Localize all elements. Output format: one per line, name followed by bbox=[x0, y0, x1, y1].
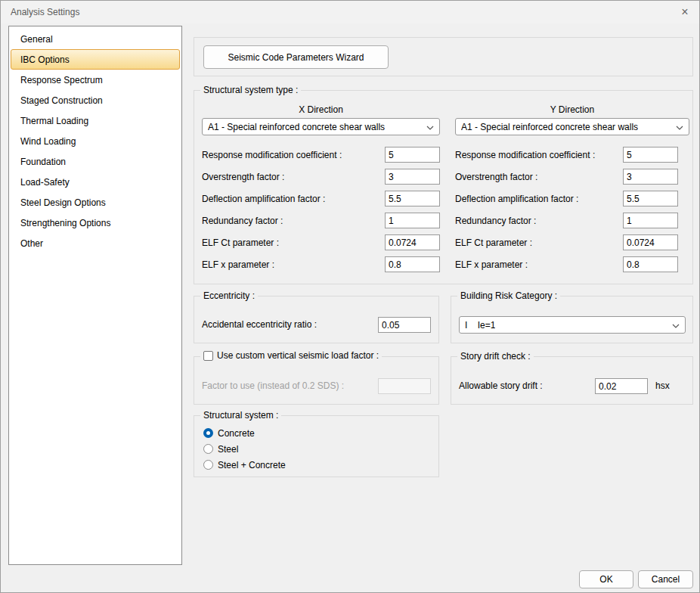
x-elf-ct-parameter-input[interactable] bbox=[385, 234, 440, 250]
field-row: ELF Ct parameter : bbox=[455, 234, 678, 250]
radio-concrete-label: Concrete bbox=[218, 428, 255, 439]
eccentricity-group: Eccentricity : Accidental eccentricity r… bbox=[194, 296, 439, 343]
field-row: Overstrength factor : bbox=[455, 169, 678, 185]
x-direction-fields: Response modification coefficient : Over… bbox=[202, 147, 440, 278]
building-risk-category-value: I Ie=1 bbox=[465, 320, 495, 331]
sidebar-item-response-spectrum[interactable]: Response Spectrum bbox=[11, 70, 180, 90]
y-elf-ct-parameter-label: ELF Ct parameter : bbox=[455, 238, 532, 248]
x-elf-ct-parameter-label: ELF Ct parameter : bbox=[202, 238, 279, 248]
sidebar-item-wind-loading[interactable]: Wind Loading bbox=[11, 131, 180, 151]
radio-steel-concrete[interactable]: Steel + Concrete bbox=[203, 457, 286, 473]
sidebar-item-foundation[interactable]: Foundation bbox=[11, 151, 180, 172]
structural-system-type-group-label: Structural system type : bbox=[200, 85, 301, 95]
window-title: Analysis Settings bbox=[11, 7, 79, 17]
field-row: ELF Ct parameter : bbox=[202, 234, 440, 250]
settings-category-list: General IBC Options Response Spectrum St… bbox=[8, 26, 182, 565]
x-overstrength-factor-label: Overstrength factor : bbox=[202, 172, 284, 182]
field-row: Redundancy factor : bbox=[455, 213, 678, 228]
field-row: Deflection amplification factor : bbox=[202, 191, 440, 206]
seismic-code-parameters-wizard-button[interactable]: Seismic Code Parameters Wizard bbox=[203, 45, 389, 69]
radio-steel-concrete-label: Steel + Concrete bbox=[218, 460, 286, 470]
x-direction-structural-system-select[interactable]: A1 - Special reinforced concrete shear w… bbox=[202, 118, 440, 135]
radio-icon bbox=[203, 428, 213, 438]
y-direction-structural-system-value: A1 - Special reinforced concrete shear w… bbox=[461, 122, 638, 132]
y-response-modification-label: Response modification coefficient : bbox=[455, 150, 595, 160]
radio-icon bbox=[203, 444, 213, 454]
structural-system-group-label: Structural system : bbox=[200, 410, 281, 421]
x-response-modification-label: Response modification coefficient : bbox=[202, 150, 342, 160]
sidebar-item-general[interactable]: General bbox=[11, 29, 180, 49]
story-drift-unit-label: hsx bbox=[655, 380, 670, 391]
x-redundancy-factor-input[interactable] bbox=[385, 213, 440, 228]
title-bar: Analysis Settings bbox=[1, 1, 699, 23]
sidebar-item-staged-construction[interactable]: Staged Construction bbox=[11, 90, 180, 110]
radio-concrete[interactable]: Concrete bbox=[203, 425, 255, 441]
wizard-group: Seismic Code Parameters Wizard bbox=[194, 37, 693, 76]
custom-vertical-seismic-group: Use custom vertical seismic load factor … bbox=[194, 356, 439, 405]
y-response-modification-input[interactable] bbox=[623, 147, 678, 163]
field-row: Overstrength factor : bbox=[202, 169, 440, 185]
building-risk-category-group-label: Building Risk Category : bbox=[457, 290, 560, 301]
y-overstrength-factor-input[interactable] bbox=[623, 169, 678, 185]
y-overstrength-factor-label: Overstrength factor : bbox=[455, 172, 537, 182]
x-deflection-amplification-label: Deflection amplification factor : bbox=[202, 194, 325, 204]
structural-system-type-group: Structural system type : X Direction Y D… bbox=[194, 90, 693, 284]
field-row: Deflection amplification factor : bbox=[455, 191, 678, 206]
x-direction-structural-system-value: A1 - Special reinforced concrete shear w… bbox=[208, 122, 385, 132]
radio-steel[interactable]: Steel bbox=[203, 441, 238, 457]
sidebar-item-thermal-loading[interactable]: Thermal Loading bbox=[11, 110, 180, 131]
y-elf-x-parameter-label: ELF x parameter : bbox=[455, 259, 528, 270]
y-direction-header: Y Direction bbox=[455, 104, 689, 115]
ok-button[interactable]: OK bbox=[579, 570, 633, 588]
y-direction-structural-system-select[interactable]: A1 - Special reinforced concrete shear w… bbox=[455, 118, 689, 135]
x-overstrength-factor-input[interactable] bbox=[385, 169, 440, 185]
x-response-modification-input[interactable] bbox=[385, 147, 440, 163]
field-row: Redundancy factor : bbox=[202, 213, 440, 228]
allowable-story-drift-input[interactable] bbox=[595, 378, 648, 394]
y-redundancy-factor-label: Redundancy factor : bbox=[455, 216, 536, 226]
chevron-down-icon bbox=[676, 122, 683, 132]
sidebar-item-steel-design-options[interactable]: Steel Design Options bbox=[11, 192, 180, 213]
field-row: ELF x parameter : bbox=[202, 256, 440, 272]
building-risk-category-select[interactable]: I Ie=1 bbox=[459, 316, 686, 334]
y-deflection-amplification-input[interactable] bbox=[623, 191, 678, 206]
sidebar-item-other[interactable]: Other bbox=[11, 233, 180, 253]
story-drift-check-group-label: Story drift check : bbox=[457, 351, 534, 362]
close-icon[interactable]: × bbox=[675, 3, 695, 21]
eccentricity-group-label: Eccentricity : bbox=[200, 290, 258, 301]
custom-vertical-seismic-checkbox-label: Use custom vertical seismic load factor … bbox=[217, 350, 379, 361]
building-risk-category-group: Building Risk Category : I Ie=1 bbox=[451, 296, 693, 343]
x-elf-x-parameter-input[interactable] bbox=[385, 256, 440, 272]
radio-icon bbox=[203, 460, 213, 470]
factor-to-use-label: Factor to use (instead of 0.2 SDS) : bbox=[202, 380, 344, 391]
allowable-story-drift-label: Allowable story drift : bbox=[459, 380, 543, 391]
y-direction-fields: Response modification coefficient : Over… bbox=[455, 147, 689, 278]
structural-system-group: Structural system : Concrete Steel Steel… bbox=[194, 415, 439, 477]
y-elf-x-parameter-input[interactable] bbox=[623, 256, 678, 272]
x-redundancy-factor-label: Redundancy factor : bbox=[202, 216, 283, 226]
cancel-button[interactable]: Cancel bbox=[638, 570, 693, 588]
sidebar-item-ibc-options[interactable]: IBC Options bbox=[11, 49, 180, 70]
story-drift-check-group: Story drift check : Allowable story drif… bbox=[451, 356, 693, 405]
y-deflection-amplification-label: Deflection amplification factor : bbox=[455, 194, 578, 204]
analysis-settings-dialog: Analysis Settings × General IBC Options … bbox=[0, 0, 700, 593]
radio-steel-label: Steel bbox=[218, 444, 238, 455]
field-row: ELF x parameter : bbox=[455, 256, 678, 272]
x-deflection-amplification-input[interactable] bbox=[385, 191, 440, 206]
factor-to-use-input bbox=[378, 378, 431, 394]
sidebar-item-load-safety[interactable]: Load-Safety bbox=[11, 172, 180, 192]
accidental-eccentricity-label: Accidental eccentricity ratio : bbox=[202, 319, 317, 330]
accidental-eccentricity-input[interactable] bbox=[378, 317, 431, 333]
x-elf-x-parameter-label: ELF x parameter : bbox=[202, 259, 274, 270]
chevron-down-icon bbox=[672, 320, 680, 331]
custom-vertical-seismic-caption: Use custom vertical seismic load factor … bbox=[200, 350, 382, 361]
custom-vertical-seismic-checkbox[interactable] bbox=[203, 351, 213, 361]
field-row: Response modification coefficient : bbox=[455, 147, 678, 163]
chevron-down-icon bbox=[426, 122, 434, 132]
y-elf-ct-parameter-input[interactable] bbox=[623, 234, 678, 250]
x-direction-header: X Direction bbox=[202, 104, 440, 115]
y-redundancy-factor-input[interactable] bbox=[623, 213, 678, 228]
field-row: Response modification coefficient : bbox=[202, 147, 440, 163]
sidebar-item-strengthening-options[interactable]: Strengthening Options bbox=[11, 213, 180, 233]
